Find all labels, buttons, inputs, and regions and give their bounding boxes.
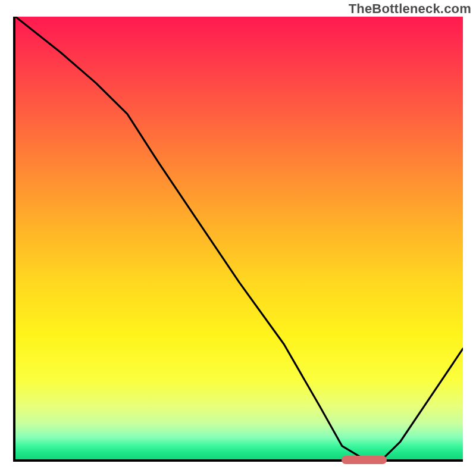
optimum-marker bbox=[342, 456, 387, 464]
bottleneck-curve bbox=[15, 17, 463, 459]
curve-svg bbox=[15, 17, 463, 459]
chart-container: TheBottleneck.com bbox=[0, 0, 476, 476]
watermark-text: TheBottleneck.com bbox=[349, 1, 471, 17]
plot-area bbox=[13, 17, 463, 462]
